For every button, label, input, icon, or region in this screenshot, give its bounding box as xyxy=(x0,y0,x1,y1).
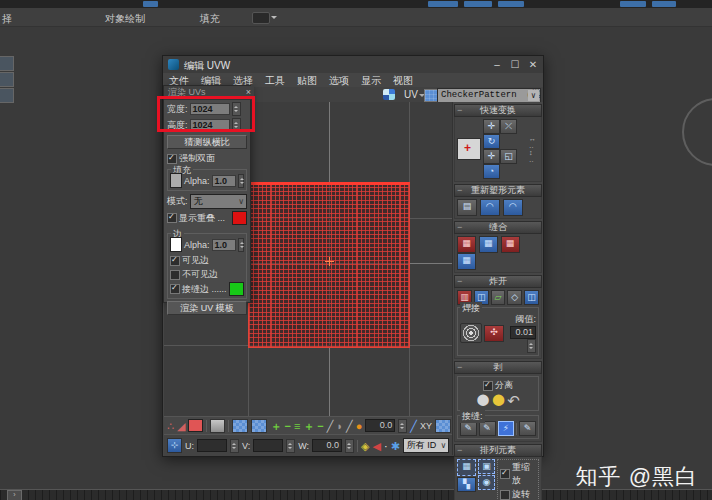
material-id-dropdown[interactable]: 所有 ID xyxy=(403,438,450,453)
brush-size-field[interactable]: 0.0 xyxy=(365,419,395,432)
grow-loop-icon[interactable]: ＋ xyxy=(303,419,314,433)
camera-dropdown-icon[interactable] xyxy=(252,12,270,24)
rollout-explode[interactable]: −炸开 xyxy=(454,275,542,288)
peel-mode-icon[interactable]: 🌑 xyxy=(492,394,506,408)
scale-icon[interactable]: ◱ xyxy=(500,149,517,164)
visible-edges-checkbox[interactable] xyxy=(170,256,180,266)
close-button[interactable]: ✕ xyxy=(525,58,541,71)
fill-color-swatch[interactable] xyxy=(170,173,182,188)
u-field[interactable] xyxy=(197,439,227,452)
pack-normalize-icon[interactable]: ▦ xyxy=(457,459,476,476)
flatten-green-icon[interactable]: ▱ xyxy=(491,290,506,305)
rollout-arrange-elements[interactable]: −排列元素 xyxy=(454,444,542,457)
falloff-space-icon[interactable]: ∴ xyxy=(167,419,174,433)
stitch-average-icon[interactable]: ▦ xyxy=(479,236,498,253)
align-pivot-icon[interactable] xyxy=(457,138,481,160)
soft-selection-color-swatch[interactable] xyxy=(188,419,203,432)
timeline-track-bar[interactable] xyxy=(0,489,712,500)
u-spinner[interactable] xyxy=(230,439,239,453)
move-h-icon[interactable]: ✛ xyxy=(483,119,500,134)
dialog-title-bar[interactable]: 编辑 UVW – ☐ ✕ xyxy=(163,56,543,74)
edge-alpha-field[interactable]: 1.0 xyxy=(212,239,236,251)
fill-alpha-spinner[interactable] xyxy=(238,174,244,188)
fill-alpha-field[interactable]: 1.0 xyxy=(212,175,236,187)
rollout-reshape-elements[interactable]: −重新塑形元素 xyxy=(454,184,542,197)
side-tool-icon[interactable] xyxy=(0,72,14,87)
edge-color-swatch[interactable] xyxy=(170,237,182,252)
mirror-axis-label[interactable]: XY xyxy=(420,421,432,431)
mirror-axis-icon[interactable]: ╱ xyxy=(410,419,417,433)
uv-channel-dropdown[interactable]: UV xyxy=(404,89,418,100)
target-weld-icon[interactable] xyxy=(460,323,482,343)
v-field[interactable] xyxy=(253,439,283,452)
guess-aspect-button[interactable]: 猜测纵横比 xyxy=(167,135,247,149)
grow-selection-icon[interactable]: ＋ xyxy=(270,419,281,433)
maximize-button[interactable]: ☐ xyxy=(507,58,523,71)
map-select-dropdown[interactable]: CheckerPattern （棋∨ xyxy=(437,88,541,103)
clear-seams-icon[interactable]: ✎ xyxy=(519,421,536,436)
rescale-elements-icon[interactable]: ◉ xyxy=(478,475,495,490)
stitch-source-icon[interactable]: ▦ xyxy=(501,236,520,253)
smooth-icon[interactable]: ◠ xyxy=(503,199,523,216)
minimize-button[interactable]: – xyxy=(489,58,505,71)
threshold-spinner[interactable] xyxy=(527,339,536,353)
rollout-peel[interactable]: −剥 xyxy=(454,361,542,374)
collapse-icon[interactable]: − xyxy=(457,105,462,116)
relax-icon[interactable]: ◠ xyxy=(480,199,500,216)
separate-checkbox[interactable] xyxy=(483,381,493,391)
move-v-icon[interactable]: ✛ xyxy=(483,149,500,164)
side-tool-icon[interactable] xyxy=(0,56,14,71)
shrink-loop-icon[interactable]: − xyxy=(317,419,323,433)
collapse-icon[interactable]: − xyxy=(457,276,462,287)
rotate-checkbox[interactable] xyxy=(500,490,510,500)
snap-grid-icon[interactable] xyxy=(435,419,451,433)
brush-size-spinner[interactable] xyxy=(398,419,407,433)
reset-peel-icon[interactable]: ↶ xyxy=(507,394,520,408)
align-spacer-icons[interactable]: ↔‥↕‥ xyxy=(529,135,539,163)
quick-peel-icon[interactable]: 🌑 xyxy=(476,394,490,408)
lock-selection-icon[interactable]: ◈ xyxy=(361,439,369,453)
flatten-id-icon[interactable]: ◫ xyxy=(524,290,539,305)
invisible-edges-checkbox[interactable] xyxy=(170,270,180,280)
threshold-field[interactable]: 0.01 xyxy=(510,326,536,339)
show-overlap-checkbox[interactable] xyxy=(167,213,177,223)
w-field[interactable]: 0.0 xyxy=(312,439,342,452)
seam-color-swatch[interactable] xyxy=(229,282,244,296)
render-uv-template-button[interactable]: 渲染 UV 模板 xyxy=(167,301,247,315)
overlap-color-swatch[interactable] xyxy=(232,211,247,225)
flatten-poly-icon[interactable]: ◇ xyxy=(507,290,522,305)
paint-falloff-icon[interactable]: ◗ xyxy=(336,419,343,433)
point-to-point-seam-icon[interactable]: ✎ xyxy=(479,421,496,436)
stitch-target-icon[interactable]: ▦ xyxy=(457,253,476,270)
rescale-checkbox[interactable] xyxy=(500,469,510,479)
collapse-icon[interactable]: − xyxy=(457,185,462,196)
side-tool-icon[interactable] xyxy=(0,88,14,103)
pack-together-icon[interactable]: ▚ xyxy=(457,477,476,492)
ribbon-tab-object-paint[interactable]: 对象绘制 xyxy=(105,12,145,26)
freeform-dot-icon[interactable]: · xyxy=(384,439,388,453)
edge-alpha-spinner[interactable] xyxy=(238,238,244,252)
rotate-ccw-icon[interactable]: ⤫ xyxy=(500,119,517,134)
collapse-icon[interactable]: − xyxy=(457,445,462,456)
shrink-selection-icon[interactable]: − xyxy=(284,419,290,433)
collapse-icon[interactable]: − xyxy=(457,222,462,233)
seam-edges-checkbox[interactable] xyxy=(170,284,180,294)
ribbon-tab-populate[interactable]: 填充 xyxy=(200,12,220,26)
rollout-stitch[interactable]: −缝合 xyxy=(454,221,542,234)
edit-seams-icon[interactable]: ✎ xyxy=(460,421,477,436)
w-spinner[interactable] xyxy=(345,439,354,453)
collapse-icon[interactable]: − xyxy=(457,362,462,373)
chevron-down-icon[interactable]: ∨ xyxy=(528,90,539,101)
loop-selection-icon[interactable]: ≡ xyxy=(294,419,300,433)
falloff-edge-icon[interactable]: ◢ xyxy=(177,419,185,433)
select-element-cube-icon[interactable] xyxy=(210,419,225,433)
hide-selection-icon[interactable]: ◀ xyxy=(372,439,380,453)
mode-dropdown[interactable]: 无 xyxy=(190,194,247,209)
track-bar-button[interactable]: › xyxy=(7,490,22,500)
stitch-custom-icon[interactable]: ▦ xyxy=(457,236,476,253)
absolute-mode-gizmo-icon[interactable]: ⊹ xyxy=(167,438,182,453)
pack-custom-icon[interactable]: ▣ xyxy=(478,459,495,474)
force-2sided-checkbox[interactable] xyxy=(167,154,177,164)
paint-select-brush-icon[interactable]: ╱ xyxy=(327,419,334,433)
ribbon-tab-select[interactable]: 择 xyxy=(2,12,12,26)
